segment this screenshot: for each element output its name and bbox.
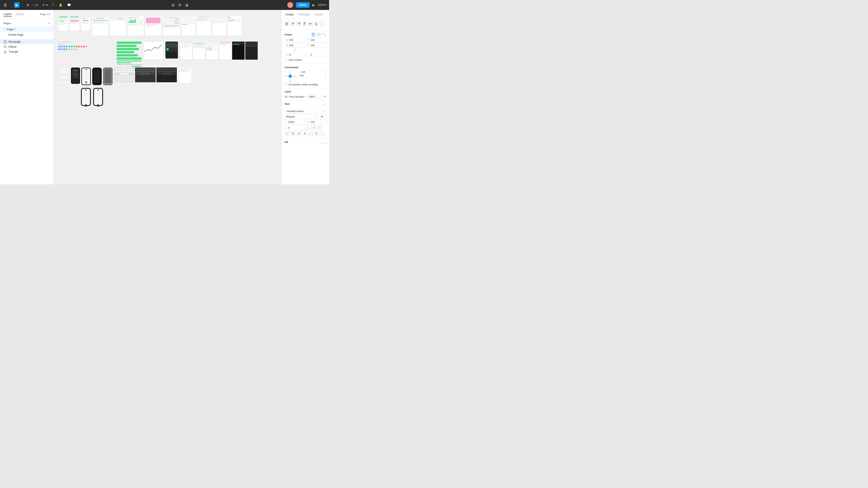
shape-tool[interactable]: □ ▾: [32, 2, 39, 8]
align-middle-btn[interactable]: [308, 21, 313, 26]
w-field[interactable]: W 100: [285, 43, 305, 48]
rectangle-layer-icon: [4, 40, 7, 43]
color-bars: [117, 41, 142, 70]
layer-label-ellipse: Ellipse: [8, 45, 17, 48]
main-canvas[interactable]: $35.99: [54, 10, 282, 184]
fill-settings-icon[interactable]: ⋯: [320, 141, 323, 145]
text-valign-top[interactable]: ⬆: [302, 131, 307, 136]
add-page-button[interactable]: +: [48, 21, 50, 25]
text-metrics-grid: ↕ 100% AV 0% ↕ 0 ↔ ⇔ □: [285, 120, 327, 130]
corner-field[interactable]: ⌐ 0: [306, 53, 327, 57]
align-top-btn[interactable]: [302, 21, 307, 26]
frame-type-phone[interactable]: [311, 32, 315, 37]
text-valign-middle[interactable]: ↕: [308, 131, 313, 136]
avatar[interactable]: U: [287, 2, 293, 8]
pen-tool[interactable]: ✒ ▾: [41, 2, 49, 8]
keyboard-group: [114, 68, 177, 82]
tab-prototype[interactable]: Prototype: [297, 12, 312, 17]
fill-icons: ⋯ +: [320, 141, 327, 145]
phone-pair-1: [81, 88, 91, 106]
vertical-constraint[interactable]: ↕ Top ▾: [298, 74, 327, 77]
text-valign-bottom[interactable]: ⬇: [314, 131, 319, 136]
text-align-center[interactable]: [290, 131, 296, 136]
tab-assets[interactable]: Assets: [16, 13, 24, 16]
wireframe-screen-5: [162, 15, 180, 36]
plugins-icon[interactable]: ⚙: [178, 3, 181, 7]
page-selector[interactable]: Page 1 ▾: [40, 13, 50, 16]
blend-mode-select[interactable]: Pass through ▾: [289, 95, 306, 98]
fix-position-checkbox[interactable]: [285, 83, 287, 86]
panel-tabs: Layers Assets Page 1 ▾: [0, 10, 54, 19]
paragraph-spacing-field[interactable]: ↕ 0: [285, 125, 305, 130]
components-icon[interactable]: ⊞: [172, 3, 175, 7]
x-field[interactable]: X 576: [285, 38, 305, 42]
text-auto-height[interactable]: ⇔: [312, 125, 317, 130]
wireframe-screen-6: [181, 15, 196, 36]
canvas-content: $35.99: [56, 12, 279, 182]
theme-icon[interactable]: ◑: [185, 3, 188, 7]
w-value: 100: [289, 44, 293, 47]
text-section-header: Text ⋯: [285, 103, 327, 107]
layer-controls-row: Pass through ▾ 100% 👁: [285, 95, 327, 99]
font-size-field[interactable]: 16: [317, 114, 327, 119]
text-fixed[interactable]: □: [317, 125, 322, 130]
text-more-icon[interactable]: ⋯: [323, 103, 327, 107]
font-family-row[interactable]: Helvetica Neue ▾: [285, 109, 327, 113]
line-height-field[interactable]: ↕ 100%: [285, 120, 305, 124]
constraints-section: Constraints ↔ Left ▾ ↕ Top ▾: [282, 64, 329, 88]
frame-type-landscape[interactable]: [316, 32, 321, 37]
align-center-h-btn[interactable]: [290, 21, 296, 26]
hand-tool[interactable]: ✋: [57, 2, 64, 8]
comment-tool[interactable]: 💬: [66, 2, 72, 8]
letter-spacing-field[interactable]: AV 0%: [306, 120, 327, 124]
clip-content-checkbox[interactable]: [285, 59, 287, 61]
rotation-field[interactable]: ↻ 0°: [285, 53, 305, 57]
align-right-btn[interactable]: [296, 21, 301, 26]
y-field[interactable]: Y 184: [306, 38, 327, 42]
distribute-btn[interactable]: ⋮⋮: [320, 21, 325, 26]
fill-add-btn[interactable]: +: [324, 141, 327, 145]
text-align-right[interactable]: [296, 131, 301, 136]
page-item-page1[interactable]: ✓ Page 1: [0, 27, 54, 32]
toolbar-right: U Share ▶ 100% ▾: [287, 2, 327, 8]
align-left-btn[interactable]: [285, 21, 289, 26]
blend-mode-icon: [285, 95, 288, 98]
select-tool[interactable]: ▶: [14, 2, 20, 8]
paragraph-spacing-value: 0: [288, 126, 289, 129]
h-field[interactable]: H 100: [306, 43, 327, 48]
share-button[interactable]: Share: [296, 2, 310, 8]
svg-rect-7: [286, 25, 288, 25]
tab-inspect[interactable]: Inspect: [313, 12, 325, 17]
zoom-control[interactable]: 100% ▾: [318, 3, 327, 6]
lock-ratio-btn[interactable]: [285, 48, 305, 52]
text-align-row: ≡ ⬆ ↕ ⬇ ⋯: [285, 131, 327, 136]
text-align-left[interactable]: ≡: [285, 131, 289, 136]
pages-label: Pages: [4, 22, 11, 25]
menu-icon[interactable]: ☰: [3, 2, 8, 8]
layer-item-ellipse[interactable]: Ellipse: [0, 44, 54, 49]
svg-rect-16: [305, 23, 305, 24]
svg-rect-15: [304, 23, 304, 25]
tab-design[interactable]: Design: [284, 12, 296, 17]
play-button[interactable]: ▶: [312, 3, 315, 7]
svg-point-1: [4, 46, 6, 48]
page-item-assets[interactable]: Assets Page: [0, 32, 54, 37]
frame-tool[interactable]: ⊞: [25, 2, 31, 8]
font-style-select[interactable]: Regular ▾: [285, 114, 316, 119]
text-more-options[interactable]: ⋯: [320, 131, 325, 136]
tab-layers[interactable]: Layers: [4, 12, 12, 17]
opacity-field[interactable]: 100%: [307, 95, 322, 99]
text-auto-width[interactable]: ↔: [306, 125, 311, 130]
svg-rect-0: [4, 41, 6, 43]
h-constraint-chevron: ▾: [325, 71, 327, 73]
align-bottom-btn[interactable]: [314, 21, 319, 26]
text-tool[interactable]: T: [51, 2, 56, 8]
frame-expand-btn[interactable]: [322, 32, 327, 37]
layer-item-rectangle[interactable]: Rectangle: [0, 39, 54, 44]
layer-item-triangle[interactable]: Triangle: [0, 49, 54, 54]
keyboard-dark-2: [156, 68, 177, 82]
visibility-toggle[interactable]: 👁: [323, 95, 327, 98]
horizontal-constraint[interactable]: ↔ Left ▾: [298, 70, 327, 73]
svg-rect-12: [298, 23, 300, 23]
xy-grid: X 576 Y 184: [285, 38, 327, 42]
